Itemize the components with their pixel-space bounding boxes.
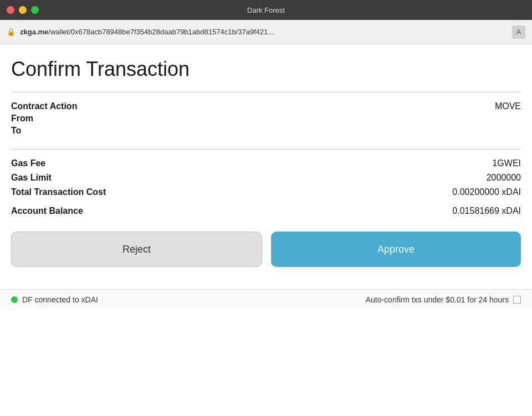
titlebar: Dark Forest <box>0 0 532 20</box>
main-content: Confirm Transaction Contract Action MOVE… <box>0 44 532 289</box>
address-path: /wallet/0x678acb78948be7f354b28daab79b1a… <box>48 28 274 36</box>
gas-fee-label: Gas Fee <box>11 158 45 168</box>
total-cost-value: 0.00200000 xDAI <box>452 187 521 197</box>
translate-icon[interactable]: A <box>512 25 525 39</box>
total-cost-row: Total Transaction Cost 0.00200000 xDAI <box>11 187 521 197</box>
contract-action-value: MOVE <box>495 101 521 111</box>
balance-row: Account Balance 0.01581669 xDAI <box>11 206 521 216</box>
gas-fee-row: Gas Fee 1GWEI <box>11 158 521 168</box>
close-button[interactable] <box>7 6 14 14</box>
balance-value: 0.01581669 xDAI <box>452 206 521 216</box>
reject-button[interactable]: Reject <box>11 232 262 267</box>
addressbar: 🔒 zkga.me/wallet/0x678acb78948be7f354b28… <box>0 20 532 44</box>
balance-label: Account Balance <box>11 206 83 216</box>
gas-section: Gas Fee 1GWEI Gas Limit 2000000 Total Tr… <box>11 158 521 220</box>
page-title: Confirm Transaction <box>11 58 521 81</box>
contract-action-row: Contract Action MOVE <box>11 101 521 111</box>
lock-icon: 🔒 <box>7 28 16 36</box>
total-cost-label: Total Transaction Cost <box>11 187 106 197</box>
from-label: From <box>11 114 33 124</box>
autoconfirm-checkbox[interactable] <box>513 296 521 304</box>
address-bar-text[interactable]: zkga.me/wallet/0x678acb78948be7f354b28da… <box>20 28 508 36</box>
autoconfirm-text: Auto-confirm txs under $0.01 for 24 hour… <box>366 295 509 304</box>
from-row: From <box>11 114 521 124</box>
autoconfirm-section: Auto-confirm txs under $0.01 for 24 hour… <box>366 295 521 304</box>
status-text: DF connected to xDAI <box>22 295 98 304</box>
gas-limit-value: 2000000 <box>487 173 521 183</box>
maximize-button[interactable] <box>31 6 39 14</box>
transaction-details: Contract Action MOVE From To <box>11 93 521 142</box>
to-label: To <box>11 126 21 136</box>
status-dot-icon <box>11 296 18 303</box>
action-buttons: Reject Approve <box>11 220 521 276</box>
gas-fee-value: 1GWEI <box>492 158 521 168</box>
df-status: DF connected to xDAI <box>11 295 98 304</box>
divider-middle <box>11 149 521 150</box>
address-domain: zkga.me <box>20 28 48 36</box>
approve-button[interactable]: Approve <box>271 232 521 267</box>
to-row: To <box>11 126 521 136</box>
window-title: Dark Forest <box>247 6 285 14</box>
gas-limit-label: Gas Limit <box>11 173 52 183</box>
footer: DF connected to xDAI Auto-confirm txs un… <box>0 289 532 310</box>
minimize-button[interactable] <box>19 6 27 14</box>
contract-action-label: Contract Action <box>11 101 77 111</box>
gas-limit-row: Gas Limit 2000000 <box>11 173 521 183</box>
window-controls <box>7 6 39 14</box>
